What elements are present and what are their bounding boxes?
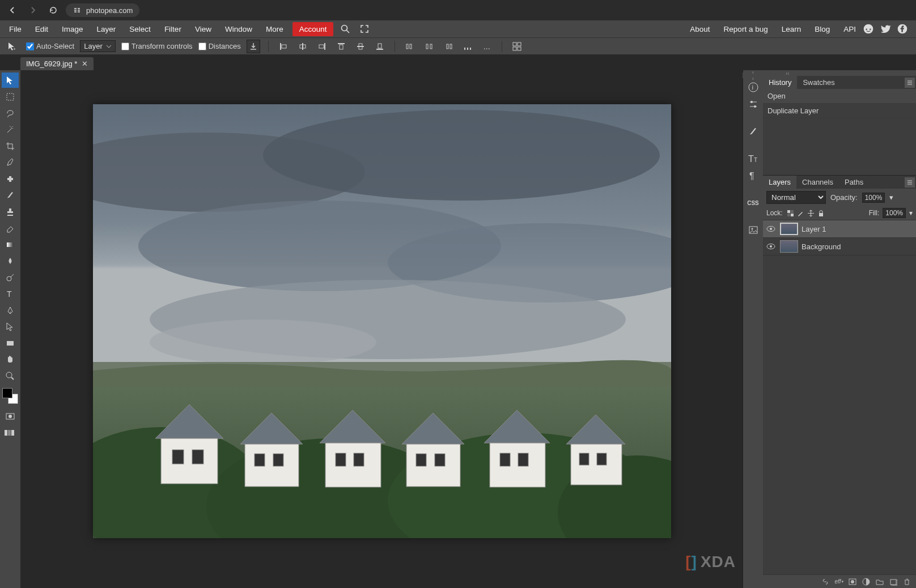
reddit-icon[interactable] [863,23,874,35]
new-layer-icon[interactable] [889,577,898,586]
info-panel-icon[interactable]: i [744,79,762,95]
layer-mask-icon[interactable] [848,577,857,586]
layers-panel-menu-icon[interactable] [905,177,915,188]
distribute-left-icon[interactable] [403,40,417,53]
fullscreen-icon[interactable] [355,22,374,36]
menu-image[interactable]: Image [55,22,90,36]
menu-account[interactable]: Account [292,22,334,36]
grid-view-icon[interactable] [510,40,524,53]
document-tab[interactable]: IMG_6929.jpg * ✕ [20,57,94,70]
layer-row[interactable]: Background [763,238,916,255]
align-right-icon[interactable] [315,40,329,53]
tab-channels[interactable]: Channels [796,176,839,189]
distribute-right-icon[interactable] [442,40,455,53]
blur-tool[interactable] [2,253,19,269]
tab-swatches[interactable]: Swatches [797,76,840,89]
toggle-panels-icon[interactable] [2,425,19,440]
zoom-tool[interactable] [2,368,19,384]
fill-value[interactable]: 100% [883,208,906,218]
layer-row[interactable]: Layer 1 [763,220,916,238]
panel-handle-icon[interactable]: ›‹ [786,70,790,76]
transform-controls-checkbox[interactable]: Transform controls [121,42,193,50]
stamp-tool[interactable] [2,204,19,219]
facebook-icon[interactable] [897,23,908,35]
menu-window[interactable]: Window [218,22,259,36]
crop-tool[interactable] [2,138,19,154]
wand-tool[interactable] [2,122,19,137]
new-folder-icon[interactable] [875,577,884,586]
marquee-tool[interactable] [2,89,19,104]
adjustments-panel-icon[interactable] [744,96,762,112]
align-center-h-icon[interactable] [296,40,309,53]
character-panel-icon[interactable]: TT [744,151,762,167]
opacity-dropdown-icon[interactable]: ▾ [889,193,893,202]
align-top-icon[interactable] [334,40,348,53]
delete-layer-icon[interactable] [902,577,911,586]
layer-visibility-icon[interactable] [766,225,777,232]
align-left-icon[interactable] [277,40,290,53]
eyedropper-tool[interactable] [2,155,19,170]
link-report-bug[interactable]: Report a bug [717,22,775,36]
foreground-color[interactable] [2,388,12,398]
healing-tool[interactable] [2,171,19,186]
brush-tool[interactable] [2,188,19,203]
image-panel-icon[interactable] [744,222,762,238]
more-options-icon[interactable]: ... [480,40,494,53]
canvas-area[interactable]: [] XDA [20,70,743,588]
brush-panel-icon[interactable] [744,123,762,139]
layer-group-select[interactable]: Layer [80,40,116,52]
hand-tool[interactable] [2,352,19,367]
menu-file[interactable]: File [2,22,28,36]
menu-view[interactable]: View [188,22,218,36]
menu-more[interactable]: More [259,22,290,36]
css-panel-icon[interactable]: CSS [744,195,762,211]
eraser-tool[interactable] [2,220,19,236]
forward-button[interactable] [25,2,41,18]
history-item[interactable]: Duplicate Layer [763,104,916,118]
lock-pixels-icon[interactable] [786,209,795,218]
reload-button[interactable] [45,2,61,18]
lock-position-icon[interactable] [807,209,815,218]
dodge-tool[interactable] [2,270,19,285]
close-tab-icon[interactable]: ✕ [82,59,88,68]
align-middle-v-icon[interactable] [354,40,367,53]
type-tool[interactable]: T [2,286,19,301]
gradient-tool[interactable] [2,237,19,252]
distribute-spacing-icon[interactable] [461,40,474,53]
color-swatches[interactable] [2,388,18,404]
link-about[interactable]: About [683,22,716,36]
opacity-value[interactable]: 100% [862,193,885,203]
tab-layers[interactable]: Layers [763,176,796,189]
menu-layer[interactable]: Layer [90,22,123,36]
search-icon[interactable] [336,22,355,36]
link-api[interactable]: API [837,22,863,36]
shape-tool[interactable] [2,335,19,351]
url-bar[interactable]: photopea.com [66,3,139,17]
distances-checkbox[interactable]: Distances [198,42,241,50]
move-tool[interactable] [2,73,19,88]
link-blog[interactable]: Blog [808,22,837,36]
back-button[interactable] [5,2,20,18]
paragraph-panel-icon[interactable]: ¶ [744,168,762,184]
menu-edit[interactable]: Edit [28,22,55,36]
link-learn[interactable]: Learn [775,22,808,36]
layer-effects-icon[interactable]: eff▾ [834,577,843,586]
tab-paths[interactable]: Paths [839,176,869,189]
lasso-tool[interactable] [2,105,19,121]
twitter-icon[interactable] [880,23,891,35]
history-item[interactable]: Open [763,89,916,104]
pen-tool[interactable] [2,302,19,318]
download-icon[interactable] [247,40,260,53]
menu-select[interactable]: Select [122,22,158,36]
align-bottom-icon[interactable] [373,40,387,53]
history-panel-menu-icon[interactable] [905,78,915,88]
link-layers-icon[interactable] [821,577,830,586]
path-select-tool[interactable] [2,319,19,334]
tab-history[interactable]: History [763,76,797,89]
move-tool-indicator[interactable]: + [3,39,20,54]
auto-select-checkbox[interactable]: Auto-Select [26,42,74,50]
lock-all-icon[interactable] [817,209,825,218]
adjustment-layer-icon[interactable] [862,577,871,586]
lock-brush-icon[interactable] [796,209,805,218]
quick-mask-icon[interactable] [2,408,19,424]
